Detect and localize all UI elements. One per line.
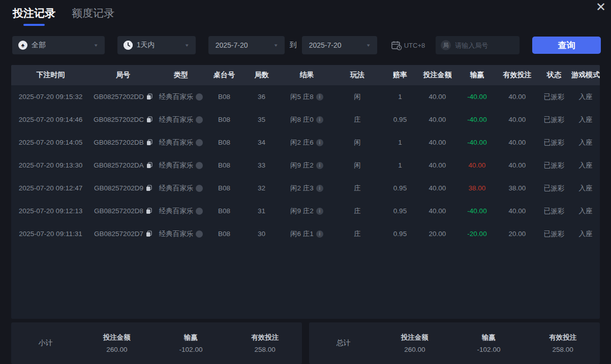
copy-icon[interactable] — [146, 230, 152, 237]
total-win-value: -102.00 — [452, 346, 526, 353]
column-header-8: 投注金额 — [418, 65, 456, 85]
column-header-4: 局数 — [242, 65, 281, 85]
subtotal-win-stat: 输赢 -102.00 — [154, 333, 228, 353]
play-type-cell: 闲 — [333, 131, 382, 154]
calendar-clock-icon — [391, 41, 402, 50]
bet-time-cell: 2025-07-20 09:14:46 — [11, 108, 90, 131]
game-logo-icon — [196, 93, 203, 101]
table-header: 下注时间局号类型桌台号局数结果玩法赔率投注金额输赢有效投注状态游戏模式 — [11, 65, 600, 85]
records-table: 下注时间局号类型桌台号局数结果玩法赔率投注金额输赢有效投注状态游戏模式 2025… — [11, 65, 600, 319]
round-search: 局 — [436, 36, 520, 54]
tab-betting-records[interactable]: 投注记录 — [13, 6, 55, 26]
date-from-select[interactable]: 2025-7-20 ▼ — [208, 36, 285, 54]
info-icon[interactable]: i — [316, 185, 323, 192]
table-number-cell: B08 — [206, 131, 242, 154]
table-row: 2025-07-20 09:13:30 GB08257202DA 经典百家乐 B… — [11, 154, 600, 177]
round-search-input[interactable] — [455, 42, 514, 49]
table-row: 2025-07-20 09:12:47 GB08257202D9 经典百家乐 B… — [11, 177, 600, 200]
copy-icon[interactable] — [146, 162, 152, 169]
round-number-cell: 34 — [242, 131, 281, 154]
game-type-cell: 经典百家乐 — [156, 177, 206, 200]
table-row: 2025-07-20 09:12:13 GB08257202D8 经典百家乐 B… — [11, 200, 600, 222]
game-type-text: 经典百家乐 — [159, 229, 194, 239]
timezone-label: UTC+8 — [404, 42, 425, 49]
table-row: 2025-07-20 09:14:05 GB08257202DB 经典百家乐 B… — [11, 131, 600, 154]
column-header-5: 结果 — [281, 65, 333, 85]
game-mode-cell: 入座 — [571, 177, 600, 200]
column-header-10: 有效投注 — [498, 65, 537, 85]
info-icon[interactable]: i — [316, 116, 323, 123]
copy-icon[interactable] — [146, 185, 152, 191]
bet-amount-cell: 40.00 — [418, 177, 456, 200]
total-bet-label: 投注金额 — [378, 333, 452, 342]
info-icon[interactable]: i — [316, 230, 323, 238]
info-icon[interactable]: i — [316, 139, 323, 146]
game-type-text: 经典百家乐 — [159, 184, 194, 193]
game-type-cell: 经典百家乐 — [156, 85, 206, 108]
result-cell: 闲9 庄2 i — [281, 200, 333, 222]
total-label: 总计 — [309, 339, 378, 348]
date-to-select[interactable]: 2025-7-20 ▼ — [302, 36, 377, 54]
tab-quota-records[interactable]: 额度记录 — [72, 6, 114, 26]
game-mode-cell: 入座 — [571, 222, 600, 245]
summary-bar: 小计 投注金额 260.00 输赢 -102.00 有效投注 258.00 总计… — [11, 322, 600, 364]
subtotal-bet-value: 260.00 — [80, 346, 154, 353]
timezone-indicator: UTC+8 — [391, 41, 425, 50]
copy-icon[interactable] — [146, 116, 152, 123]
total-valid-value: 258.00 — [526, 346, 600, 353]
total-win-stat: 输赢 -102.00 — [452, 333, 526, 353]
round-id-text: GB08257202D9 — [94, 184, 143, 192]
query-button[interactable]: 查询 — [532, 37, 601, 54]
total-valid-label: 有效投注 — [526, 333, 600, 342]
game-type-text: 经典百家乐 — [159, 161, 194, 170]
close-icon[interactable]: ✕ — [596, 1, 606, 13]
chevron-down-icon: ▼ — [94, 43, 99, 48]
column-header-3: 桌台号 — [206, 65, 242, 85]
game-type-cell: 经典百家乐 — [156, 108, 206, 131]
status-cell: 已派彩 — [537, 200, 571, 222]
valid-bet-cell: 40.00 — [498, 200, 537, 222]
copy-icon[interactable] — [146, 139, 152, 146]
table-row: 2025-07-20 09:14:46 GB08257202DC 经典百家乐 B… — [11, 108, 600, 131]
table-number-cell: B08 — [206, 222, 242, 245]
play-type-cell: 庄 — [333, 108, 382, 131]
table-number-cell: B08 — [206, 154, 242, 177]
info-icon[interactable]: i — [316, 208, 323, 215]
result-text: 闲9 庄2 — [290, 207, 314, 216]
round-id-cell: GB08257202DD — [90, 85, 156, 108]
column-header-6: 玩法 — [333, 65, 382, 85]
win-loss-cell: -40.00 — [456, 85, 498, 108]
bet-time-cell: 2025-07-20 09:14:05 — [11, 131, 90, 154]
round-id-cell: GB08257202D9 — [90, 177, 156, 200]
round-id-text: GB08257202D8 — [94, 207, 143, 215]
game-type-select[interactable]: ♠ 全部 ▼ — [12, 36, 105, 54]
round-number-cell: 31 — [242, 200, 281, 222]
subtotal-bet-label: 投注金额 — [80, 333, 154, 342]
to-label: 到 — [290, 41, 297, 50]
column-header-11: 状态 — [537, 65, 571, 85]
table-body: 2025-07-20 09:15:32 GB08257202DD 经典百家乐 B… — [11, 85, 600, 245]
table-number-cell: B08 — [206, 85, 242, 108]
column-header-7: 赔率 — [382, 65, 418, 85]
result-cell: 闲6 庄1 i — [281, 222, 333, 245]
game-type-cell: 经典百家乐 — [156, 222, 206, 245]
time-range-select[interactable]: 1天内 ▼ — [117, 36, 196, 54]
chevron-down-icon: ▼ — [366, 43, 371, 48]
column-header-1: 局号 — [90, 65, 156, 85]
subtotal-valid-value: 258.00 — [228, 346, 302, 353]
game-type-value: 全部 — [27, 41, 94, 50]
result-text: 闲2 庄3 — [290, 184, 314, 193]
valid-bet-cell: 40.00 — [498, 108, 537, 131]
info-icon[interactable]: i — [316, 162, 323, 169]
result-cell: 闲5 庄8 i — [281, 85, 333, 108]
copy-icon[interactable] — [146, 93, 152, 100]
game-logo-icon — [196, 139, 203, 146]
table-number-cell: B08 — [206, 200, 242, 222]
table-row: 2025-07-20 09:11:31 GB08257202D7 经典百家乐 B… — [11, 222, 600, 245]
copy-icon[interactable] — [146, 208, 152, 214]
column-header-2: 类型 — [156, 65, 206, 85]
valid-bet-cell: 20.00 — [498, 222, 537, 245]
total-valid-stat: 有效投注 258.00 — [526, 333, 600, 353]
status-cell: 已派彩 — [537, 154, 571, 177]
info-icon[interactable]: i — [316, 93, 323, 101]
